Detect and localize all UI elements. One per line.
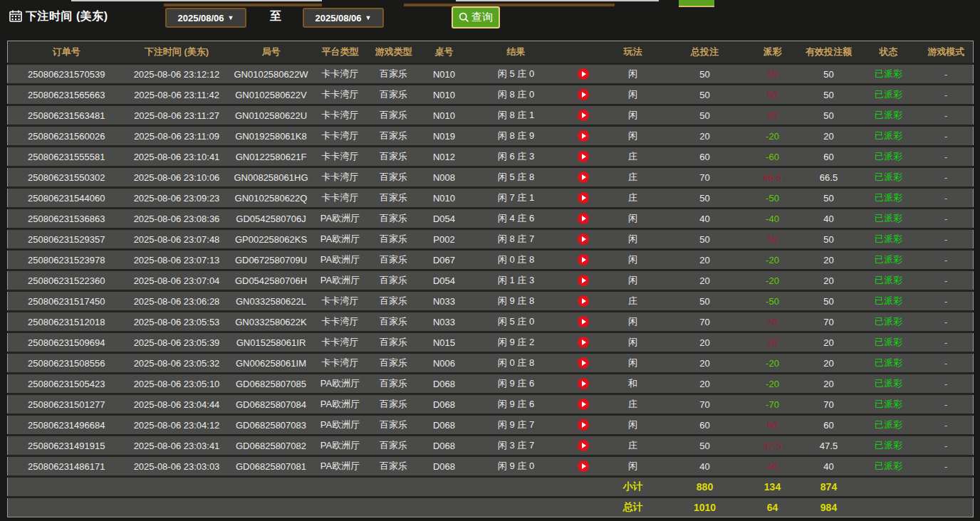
cell-game-type: 百家乐 (367, 270, 421, 291)
cell-payout: 47.5 (746, 436, 800, 456)
cell-play-type: 庄 (602, 436, 664, 456)
cell-game-mode: - (919, 291, 974, 312)
cell-result: 闲 3 庄 7 (468, 436, 565, 456)
table-row: 2508062314919152025-08-06 23:03:41GD0682… (8, 436, 974, 456)
cell-round: GP002258062KS (229, 229, 314, 250)
cell-order: 250806231560026 (8, 126, 125, 147)
cell-platform: 卡卡湾厅 (314, 85, 367, 105)
cell-game-type: 百家乐 (367, 147, 421, 167)
cell-order: 250806231522360 (8, 270, 125, 291)
cell-payout: -40 (746, 209, 800, 229)
play-video-icon[interactable] (578, 130, 589, 142)
play-video-icon[interactable] (578, 295, 589, 307)
table-row: 2508062315054232025-08-06 23:05:10GD0682… (8, 374, 974, 394)
cell-play-type: 闲 (602, 456, 664, 477)
cell-play-type: 和 (602, 374, 664, 394)
cell-game-mode: - (919, 167, 974, 188)
cell-round: GN015258061IR (229, 332, 314, 353)
cell-valid-bet: 50 (800, 64, 858, 85)
cell-total-bet: 20 (664, 353, 746, 374)
cell-game-mode: - (919, 353, 974, 374)
cell-order: 250806231570539 (8, 64, 125, 85)
cell-platform: PA欧洲厅 (314, 436, 367, 456)
cell-video (565, 209, 602, 229)
cell-order: 250806231550302 (8, 167, 125, 188)
cell-play-type: 闲 (602, 250, 664, 270)
table-row: 2508062314861712025-08-06 23:03:03GD0682… (8, 456, 974, 477)
total-row-empty-cell (314, 498, 367, 517)
play-video-icon[interactable] (578, 254, 589, 265)
play-video-icon[interactable] (578, 316, 589, 327)
cell-platform: 卡卡湾厅 (314, 312, 367, 332)
cell-platform: PA欧洲厅 (314, 415, 367, 436)
cell-platform: PA欧洲厅 (314, 229, 367, 250)
cell-play-type: 闲 (602, 64, 664, 85)
cell-result: 闲 9 庄 2 (468, 332, 565, 353)
cell-play-type: 庄 (602, 147, 664, 167)
cell-valid-bet: 70 (800, 312, 858, 332)
cell-round: GD06825807083 (229, 415, 314, 436)
cell-game-mode: - (919, 332, 974, 353)
play-video-icon[interactable] (578, 89, 589, 100)
play-video-icon[interactable] (578, 110, 589, 121)
cell-video (565, 456, 602, 477)
play-video-icon[interactable] (578, 151, 589, 162)
cell-play-type: 闲 (602, 415, 664, 436)
cell-video (565, 332, 602, 353)
play-video-icon[interactable] (578, 213, 589, 224)
cell-result: 闲 4 庄 6 (468, 209, 565, 229)
play-video-icon[interactable] (578, 337, 589, 348)
play-video-icon[interactable] (578, 192, 589, 204)
col-header-result: 结果 (468, 41, 565, 64)
play-video-icon[interactable] (578, 172, 589, 183)
table-row: 2508062315223602025-08-06 23:07:04GD0542… (8, 270, 974, 291)
cell-video (565, 250, 602, 270)
date-to-select[interactable]: 2025/08/06 ▼ (303, 8, 384, 28)
cell-game-mode: - (919, 394, 974, 415)
cell-video (565, 394, 602, 415)
cell-game-mode: - (919, 147, 974, 167)
cell-result: 闲 7 庄 1 (468, 188, 565, 209)
play-video-icon[interactable] (578, 461, 589, 472)
cell-status: 已派彩 (858, 312, 919, 332)
search-button-label: 查询 (471, 11, 493, 24)
cell-play-type: 闲 (602, 209, 664, 229)
chevron-down-icon: ▼ (228, 14, 234, 21)
play-video-icon[interactable] (578, 440, 589, 451)
play-video-icon[interactable] (578, 399, 589, 410)
col-header-round: 局号 (229, 41, 314, 64)
play-video-icon[interactable] (578, 233, 589, 245)
play-video-icon[interactable] (578, 357, 589, 369)
table-row: 2508062315174502025-08-06 23:06:28GN0332… (8, 291, 974, 312)
play-video-icon[interactable] (578, 419, 589, 431)
play-video-icon[interactable] (578, 378, 589, 389)
cell-round: GD06825807082 (229, 436, 314, 456)
play-video-icon[interactable] (578, 275, 589, 286)
cell-game-mode: - (919, 105, 974, 126)
cell-round: GN0332580622K (229, 312, 314, 332)
cell-table-no: N033 (421, 291, 468, 312)
cell-table-no: D068 (421, 436, 468, 456)
play-video-icon[interactable] (578, 68, 589, 80)
subtotal-row-empty-cell (919, 477, 974, 498)
cell-total-bet: 70 (664, 394, 746, 415)
date-from-select[interactable]: 2025/08/06 ▼ (165, 8, 246, 28)
cell-status: 已派彩 (858, 291, 919, 312)
cell-valid-bet: 20 (800, 374, 858, 394)
cell-status: 已派彩 (858, 270, 919, 291)
cell-bet-time: 2025-08-06 23:07:13 (125, 250, 229, 270)
cell-platform: PA欧洲厅 (314, 456, 367, 477)
total-row-total-bet: 1010 (664, 498, 746, 517)
col-header-order: 订单号 (8, 41, 125, 64)
to-label: 至 (270, 9, 281, 24)
search-button[interactable]: 查询 (452, 6, 500, 28)
cell-game-type: 百家乐 (367, 291, 421, 312)
table-row: 2508062315120182025-08-06 23:05:53GN0332… (8, 312, 974, 332)
cell-table-no: N010 (421, 85, 468, 105)
cell-order: 250806231563481 (8, 105, 125, 126)
cell-order: 250806231529357 (8, 229, 125, 250)
col-header-game-mode: 游戏模式 (919, 41, 974, 64)
cell-total-bet: 20 (664, 126, 746, 147)
cell-valid-bet: 50 (800, 85, 858, 105)
cell-play-type: 闲 (602, 332, 664, 353)
